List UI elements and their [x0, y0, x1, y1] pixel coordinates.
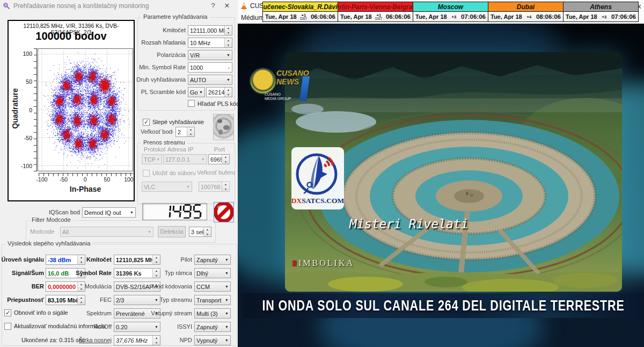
stream-type-combo[interactable]: Transport▼	[194, 295, 231, 305]
refresh-signal-info-checkbox[interactable]: ✓	[4, 309, 11, 316]
spinner-buttons[interactable]: ▲▼	[187, 127, 194, 136]
port-spinner[interactable]: 6969▲▼	[208, 154, 230, 164]
stream-type-label: Typ streamu	[142, 295, 192, 305]
clock-date: Tue, Apr 18	[566, 13, 597, 20]
close-button[interactable]: ✕	[222, 2, 232, 10]
search-type-combo[interactable]: AUTO▼	[188, 75, 232, 85]
imbolika-watermark: IMBOLIKA	[298, 258, 354, 268]
frame-type-label: Typ rámca	[142, 268, 192, 278]
help-button[interactable]: ?	[208, 2, 218, 10]
show-title-text: Misteri Rivelati	[349, 217, 469, 231]
filter-modcode-legend: Filter Modcode	[30, 216, 73, 223]
detect-interval-spinner[interactable]: 3 sek▲▼	[189, 227, 211, 237]
scanner-titlebar[interactable]: Prehľadávanie nosnej a konštelačný monit…	[0, 0, 238, 12]
chevron-down-icon: ▼	[130, 211, 134, 214]
spinner-buttons[interactable]: ▲▼	[222, 155, 229, 164]
stop-button[interactable]	[214, 202, 234, 222]
coding-mode-combo[interactable]: CCM▼	[194, 281, 231, 292]
detect-button[interactable]: Detekcia	[158, 226, 186, 237]
spinner-buttons[interactable]: ▲▼	[224, 26, 232, 35]
window-title: Prehľadávanie nosnej a konštelačný monit…	[13, 2, 149, 10]
dot-size-spinner[interactable]: 2▲▼	[175, 127, 195, 137]
buffer-size-label: Veľkosť buferu	[197, 169, 236, 176]
elapsed-time-text: Ukončené za: 0.315 sec	[21, 336, 85, 344]
pl-scramble-combo[interactable]: Gold▼	[188, 87, 205, 97]
clock-time: 08:06:06	[536, 13, 561, 20]
clock-city-name: Berlin-Paris-Vienna-Belgrade	[338, 2, 413, 12]
spinner-buttons[interactable]: ▲▼	[203, 227, 211, 236]
dot-size-label: Veľkosť bodu	[141, 127, 173, 137]
pilot-combo[interactable]: Zapnutý▼	[194, 255, 231, 265]
player-combo[interactable]: VLC▼	[142, 182, 192, 192]
modcode-combo[interactable]: All▼	[60, 227, 153, 237]
clock-time-row: Tue, Apr 18 +4 08:06:06	[488, 12, 563, 21]
cusano-media-group-text: CUSANO MEDIA GROUP	[265, 92, 291, 101]
chevron-down-icon: ▼	[225, 285, 229, 288]
pl-scramble-label: PL Scramble kód	[102, 87, 186, 97]
frequency-spinner[interactable]: 12111,000 MHz▲▼	[188, 25, 232, 35]
npd-label: NPD	[142, 335, 192, 345]
clock-time-row: Tue, Apr 18 +1DST 06:06:06	[263, 12, 338, 21]
search-range-label: Rozsah hľadania	[102, 38, 186, 48]
x-tick-label: -50	[56, 176, 72, 183]
spinner-buttons[interactable]: ▲▼	[224, 88, 232, 97]
spinner-buttons[interactable]: ▲▼	[224, 38, 232, 47]
frame-type-combo[interactable]: Dlhý▼	[194, 268, 231, 278]
ip-combo[interactable]: 127.0.0.1▼	[163, 154, 207, 164]
dx-logo-rest: SATCS.COM	[302, 197, 344, 205]
clock-cell: Lučenec-Slovakia_R.DávidTue, Apr 18 +1DS…	[262, 2, 338, 22]
buffer-size-spinner[interactable]: 100768▲▼	[199, 182, 230, 192]
blind-search-checkbox[interactable]: ✓	[143, 119, 150, 126]
polarization-combo[interactable]: V/R▼	[188, 50, 232, 60]
npd-combo[interactable]: Vypnutý▼	[194, 335, 231, 345]
min-symbol-rate-combo[interactable]: 1000⌄	[188, 62, 232, 73]
chevron-down-icon: ▼	[156, 157, 160, 161]
chevron-down-icon: ▼	[225, 271, 229, 275]
clock-city-name: Athens	[564, 2, 638, 12]
search-pls-label: Hľadať PLS kód	[197, 100, 239, 107]
save-to-file-checkbox[interactable]	[143, 170, 150, 177]
signal-level-label: Úroveň signálu	[1, 255, 44, 265]
x-tick-label: 50	[99, 176, 115, 183]
clock-city-name: Lučenec-Slovakia_R.Dávid	[263, 2, 338, 12]
chevron-down-icon: ⌄	[227, 66, 230, 70]
clock-utc-offset: +1DST	[300, 13, 307, 20]
input-stream-combo[interactable]: Multi (3)▼	[194, 308, 231, 319]
clock-cell: AthensTue, Apr 18 +3 07:06:06	[563, 2, 639, 22]
menu-media[interactable]: Médium	[241, 14, 264, 21]
iqscan-combo[interactable]: Demod IQ out▼	[82, 207, 136, 218]
min-symbol-rate-label: Min. Symbol Rate	[102, 62, 186, 73]
search-type-label: Druh vyhľadávania	[102, 75, 186, 85]
chevron-down-icon: ▼	[225, 338, 229, 342]
preview-thumbnail	[213, 114, 234, 140]
chevron-down-icon: ▼	[225, 312, 229, 315]
y-tick-label: 0	[16, 107, 32, 113]
clock-date: Tue, Apr 18	[340, 13, 372, 20]
spinner-buttons[interactable]: ▲▼	[222, 182, 229, 191]
chevron-down-icon: ▼	[199, 90, 203, 94]
clock-time-row: Tue, Apr 18 +3 07:06:06	[564, 12, 638, 21]
vlc-window: CUSANO ✕ Médium P Lučenec-Slovakia_R.Dáv…	[238, 0, 644, 347]
update-modulation-checkbox[interactable]	[4, 323, 11, 330]
chevron-down-icon: ▼	[225, 298, 229, 302]
clock-time: 06:06:06	[311, 13, 335, 20]
chevron-down-icon: ▼	[201, 157, 205, 161]
satellite-dish-icon	[295, 149, 340, 198]
search-range-spinner[interactable]: 10 MHz▲▼	[188, 38, 232, 48]
search-parameters-legend: Parametre vyhľadávania	[141, 13, 209, 20]
clock-time: 07:06:06	[461, 13, 486, 20]
port-header: Port	[214, 146, 225, 153]
clock-time-row: Tue, Apr 18 +1DST 06:06:06	[338, 12, 413, 21]
clock-date: Tue, Apr 18	[491, 13, 522, 20]
pl-scramble-code-spinner[interactable]: 262140▲▼	[206, 87, 232, 97]
update-modulation-label: Aktualizovať modulačnú informáciu	[14, 322, 106, 330]
clock-date: Tue, Apr 18	[415, 13, 447, 20]
protocol-combo[interactable]: TCP▼	[142, 154, 162, 164]
magnifier-app-icon	[3, 2, 10, 10]
dx-logo-dx: DX	[291, 197, 302, 205]
cusano-news-logo: CUSANO NEWS CUSANO MEDIA GROUP	[250, 67, 311, 104]
issyi-combo[interactable]: Zapnutý▼	[194, 322, 231, 332]
search-pls-checkbox[interactable]	[188, 100, 195, 107]
video-area[interactable]: CUSANO NEWS CUSANO MEDIA GROUP	[238, 24, 644, 347]
throughput-label: Priepustnosť	[1, 295, 44, 305]
